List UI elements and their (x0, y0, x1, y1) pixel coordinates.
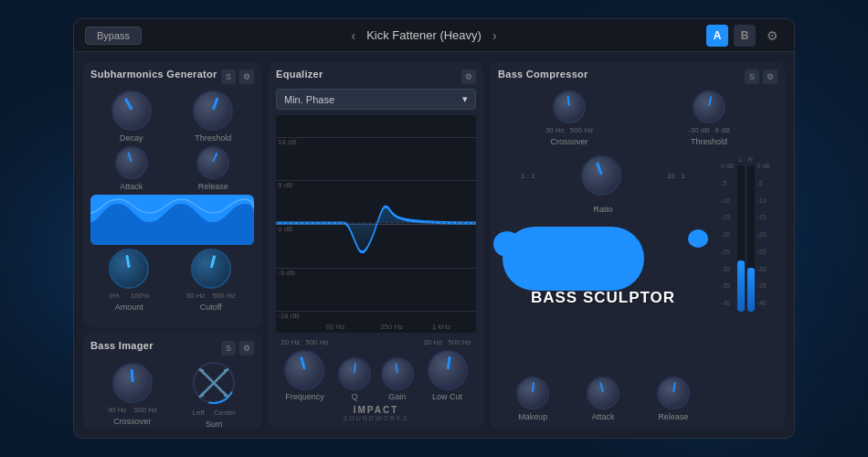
svg-marker-7 (224, 391, 229, 397)
q-knob[interactable] (338, 357, 371, 390)
decay-knob[interactable] (111, 90, 152, 131)
meter-scale: 0 dB -5 -10 -15 -20 -25 -30 -35 -40 (721, 155, 734, 306)
l-meter-track (737, 165, 745, 312)
r-meter-fill (747, 268, 755, 312)
bass-imager-settings-button[interactable]: ⚙ (239, 341, 254, 356)
scale-35: -35 (721, 282, 734, 289)
crossover-max: 500 Hz (134, 406, 157, 414)
release-knob[interactable] (196, 146, 229, 179)
comp-attack-knob[interactable] (587, 377, 619, 409)
dropdown-arrow-icon: ▾ (462, 93, 468, 105)
svg-marker-5 (224, 369, 229, 375)
comp-top-knobs: 30 Hz 500 Hz Crossover -30 dB 6 dB Thres… (498, 90, 778, 146)
a-button[interactable]: A (706, 25, 728, 47)
subharmonics-s-button[interactable]: S (221, 69, 236, 84)
subharmonics-settings-button[interactable]: ⚙ (239, 69, 254, 84)
global-settings-button[interactable]: ⚙ (761, 25, 783, 47)
cutoff-knob-group: 30 Hz 500 Hz Cutoff (186, 249, 236, 312)
bass-sculptor-blob (503, 227, 644, 291)
scale-30: -30 (721, 266, 734, 272)
comp-threshold-knob[interactable] (693, 90, 725, 123)
frequency-knob[interactable] (284, 350, 324, 390)
left-label: Left (193, 409, 205, 417)
compressor-s-button[interactable]: S (745, 69, 759, 84)
bass-sculptor-text: BASS SCULPTOR (531, 289, 675, 307)
bass-sculptor-area: BASS SCULPTOR (498, 222, 708, 373)
eq-graph[interactable]: 18 dB 9 dB 0 dB -9 dB -18 dB 60 Hz 250 H… (276, 115, 476, 333)
subharmonics-panel: Subharmonics Generator S ⚙ Decay (83, 61, 261, 327)
imager-crossover-group: 30 Hz 500 Hz Crossover (108, 363, 157, 426)
cutoff-max: 500 Hz (212, 292, 235, 300)
ratio-knob[interactable] (581, 155, 621, 196)
imager-knobs: 30 Hz 500 Hz Crossover (90, 360, 254, 429)
svg-marker-4 (198, 369, 204, 375)
crossover-min: 30 Hz (108, 406, 127, 414)
equalizer-title: Equalizer (276, 69, 323, 80)
decay-label: Decay (120, 133, 143, 143)
makeup-label: Makeup (518, 412, 547, 421)
comp-threshold-group: -30 dB 6 dB Threshold (688, 90, 730, 146)
comp-release-knob[interactable] (657, 377, 690, 409)
scale-5: -5 (721, 180, 734, 186)
gain-label: Gain (388, 392, 406, 401)
comp-crossover-max: 500 Hz (570, 126, 593, 134)
comp-release-label: Release (658, 412, 688, 421)
cutoff-min: 30 Hz (186, 292, 206, 300)
attack-knob[interactable] (115, 146, 148, 179)
phase-mode-label: Min. Phase (284, 94, 334, 105)
svg-marker-6 (198, 391, 204, 397)
decay-knob-group: Decay (111, 90, 152, 143)
gain-knob[interactable] (381, 357, 414, 390)
ratio-label: Ratio (593, 205, 612, 214)
meter-pair: 0 dB -5 -10 -15 -20 -25 -30 -35 -40 (721, 155, 770, 312)
bass-compressor-panel: Bass Compressor S ⚙ 30 Hz 500 Hz Crossov (491, 61, 785, 429)
scale-40: -40 (721, 300, 734, 306)
blob-decoration-right (688, 229, 708, 248)
imager-crossover-knob[interactable] (112, 363, 153, 403)
crossfade-control[interactable] (191, 360, 237, 406)
comp-release-knob-group: Release (657, 377, 690, 421)
q-knob-group: Q (338, 345, 371, 401)
comp-main-area: 1 : 1 10 : 1 Ratio (498, 152, 778, 421)
amount-label: Amount (115, 303, 143, 312)
amount-knob-group: 0% 100% Amount (109, 249, 149, 312)
threshold-knob[interactable] (193, 90, 233, 131)
amount-knob[interactable] (109, 249, 149, 289)
low-cut-knob[interactable] (428, 350, 468, 390)
bypass-button[interactable]: Bypass (85, 27, 142, 45)
meter-scale-right: 0 dB -5 -10 -15 -20 -25 -30 -35 -40 (757, 155, 770, 306)
low-cut-min-label: 20 Hz (423, 338, 442, 346)
eq-bottom-knobs: 20 Hz 500 Hz Frequency Q (276, 338, 476, 401)
cutoff-knob[interactable] (191, 249, 231, 289)
scale-0db-l: 0 dB (721, 163, 734, 169)
soundworks-text: SOUNDWORKS (276, 415, 476, 421)
bass-imager-s-button[interactable]: S (221, 341, 236, 356)
comp-crossover-min: 30 Hz (545, 126, 565, 134)
prev-preset-button[interactable]: ‹ (352, 28, 356, 43)
low-cut-max-label: 500 Hz (448, 338, 471, 346)
comp-bottom-knobs: Makeup Attack Release (498, 377, 708, 421)
l-meter-label: L (738, 155, 742, 164)
l-meter: L (737, 155, 745, 312)
next-preset-button[interactable]: › (492, 28, 497, 43)
main-content: Subharmonics Generator S ⚙ Decay (74, 52, 794, 438)
scale-15: -15 (721, 214, 734, 220)
comp-crossover-knob[interactable] (553, 90, 586, 123)
sum-label: Sum (206, 420, 223, 429)
wave-display (90, 195, 254, 245)
preset-name: Kick Fattener (Heavy) (366, 28, 482, 42)
top-bar: Bypass ‹ Kick Fattener (Heavy) › A B ⚙ (74, 19, 794, 52)
scale-25: -25 (721, 249, 734, 255)
makeup-knob[interactable] (516, 377, 549, 409)
equalizer-settings-button[interactable]: ⚙ (461, 69, 476, 84)
scale-0db-r: 0 dB (757, 163, 770, 169)
phase-dropdown[interactable]: Min. Phase ▾ (276, 89, 476, 110)
bass-compressor-title: Bass Compressor (498, 69, 588, 80)
attack-label: Attack (120, 182, 143, 191)
top-right-controls: A B ⚙ (706, 25, 783, 47)
compressor-settings-button[interactable]: ⚙ (763, 69, 778, 84)
b-button[interactable]: B (734, 25, 756, 47)
gain-knob-group: Gain (381, 345, 414, 401)
comp-attack-label: Attack (591, 412, 614, 421)
freq-max-label: 500 Hz (305, 338, 328, 346)
